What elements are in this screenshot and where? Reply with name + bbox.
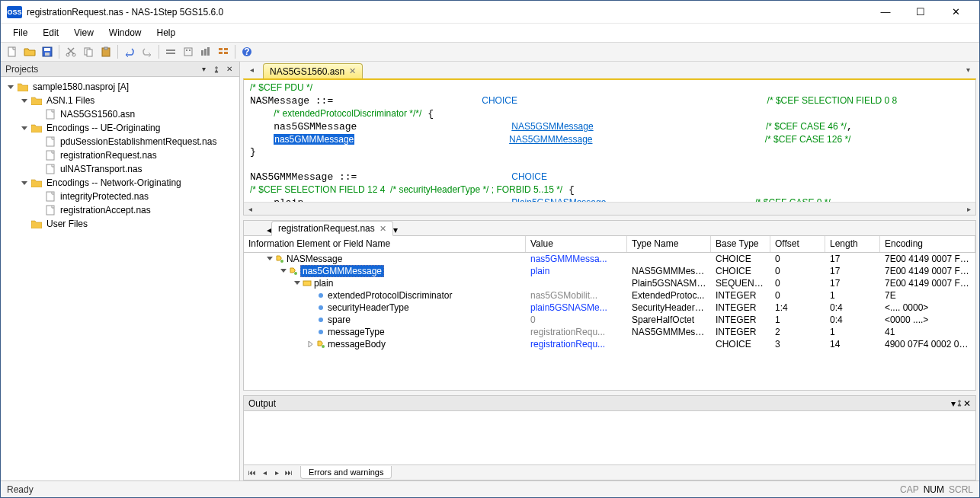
tree-item[interactable]: ASN.1 Files bbox=[2, 94, 238, 107]
cell-basetype: SEQUENCE bbox=[711, 278, 770, 289]
cell-encoding: 7E00 4149 0007 F400 0... bbox=[880, 254, 975, 264]
table-row[interactable]: messageBodyregistrationRequ...CHOICE3144… bbox=[244, 338, 975, 350]
row-expander-icon[interactable] bbox=[279, 267, 287, 276]
field-name: extendedProtocolDiscriminator bbox=[328, 290, 452, 301]
output-nav-next[interactable]: ▸ bbox=[271, 468, 282, 477]
table-row[interactable]: plainPlain5GSNASMe...SEQUENCE0177E00 414… bbox=[244, 277, 975, 289]
output-nav-last[interactable]: ⏭ bbox=[283, 468, 294, 477]
grid-body[interactable]: NASMessagenas5GMMMessa...CHOICE0177E00 4… bbox=[244, 253, 975, 390]
tab-close-icon[interactable]: ✕ bbox=[380, 224, 386, 234]
column-header[interactable]: Base Type bbox=[711, 236, 770, 252]
editor-hscrollbar[interactable]: ◂ ▸ bbox=[244, 202, 975, 215]
undo-button[interactable] bbox=[121, 43, 138, 60]
output-nav-first[interactable]: ⏮ bbox=[247, 468, 258, 477]
menu-view[interactable]: View bbox=[66, 25, 101, 40]
scroll-right-icon[interactable]: ▸ bbox=[962, 203, 975, 215]
column-header[interactable]: Offset bbox=[770, 236, 825, 252]
tab-close-icon[interactable]: ✕ bbox=[349, 66, 356, 76]
table-row[interactable]: spare0SpareHalfOctetINTEGER10:4<0000 ...… bbox=[244, 314, 975, 326]
cell-offset: 1:4 bbox=[770, 302, 825, 313]
menu-file[interactable]: File bbox=[5, 25, 35, 40]
expander-icon[interactable] bbox=[5, 83, 14, 91]
help-button[interactable]: ? bbox=[239, 43, 255, 60]
close-button[interactable]: ✕ bbox=[938, 1, 973, 24]
tree-item-label: Encodings -- UE-Originating bbox=[45, 123, 162, 133]
tree-item[interactable]: registrationRequest.nas bbox=[2, 148, 238, 162]
expander-icon[interactable] bbox=[19, 97, 28, 105]
titlebar: OSS registrationRequest.nas - NAS-1Step … bbox=[1, 1, 979, 24]
redo-button[interactable] bbox=[139, 43, 155, 60]
cell-typename: Plain5GSNASMe... bbox=[627, 278, 711, 289]
tool-button-4[interactable] bbox=[215, 43, 232, 60]
tab-scroll-left[interactable]: ◂ bbox=[246, 64, 257, 75]
copy-button[interactable] bbox=[80, 43, 97, 60]
table-row[interactable]: NASMessagenas5GMMMessa...CHOICE0177E00 4… bbox=[244, 253, 975, 265]
new-file-button[interactable] bbox=[4, 43, 21, 60]
row-expander-icon[interactable] bbox=[265, 255, 273, 263]
row-expander-icon[interactable] bbox=[306, 340, 314, 349]
tab-registration-request[interactable]: registrationRequest.nas ✕ bbox=[271, 221, 393, 236]
cell-value: nas5GMMMessa... bbox=[526, 254, 627, 264]
tree-item[interactable]: registrationAccept.nas bbox=[2, 203, 238, 217]
row-type-icon bbox=[315, 339, 326, 350]
tree-item[interactable]: NAS5GS1560.asn bbox=[2, 107, 238, 121]
svg-rect-32 bbox=[303, 281, 311, 286]
scroll-left-icon[interactable]: ◂ bbox=[244, 203, 257, 215]
paste-button[interactable] bbox=[98, 43, 114, 60]
cell-basetype: CHOICE bbox=[711, 339, 770, 350]
cell-typename: SpareHalfOctet bbox=[627, 314, 711, 325]
statusbar: Ready CAP NUM SCRL bbox=[1, 480, 979, 497]
code-editor[interactable]: /* $CEF PDU */ NASMessage ::= CHOICE /* … bbox=[243, 78, 976, 215]
panel-menu-button[interactable]: ▾ bbox=[198, 64, 209, 75]
tool-button-3[interactable] bbox=[197, 43, 214, 60]
tab-asn-file[interactable]: NAS5GS1560.asn ✕ bbox=[263, 63, 363, 78]
cut-button[interactable] bbox=[62, 43, 79, 60]
column-header[interactable]: Information Element or Field Name bbox=[244, 236, 526, 252]
tool-button-2[interactable] bbox=[180, 43, 197, 60]
panel-pin-button[interactable] bbox=[211, 64, 222, 75]
column-header[interactable]: Encoding bbox=[880, 236, 975, 252]
tree-item[interactable]: sample1580.nasproj [A] bbox=[2, 80, 238, 94]
table-row[interactable]: securityHeaderTypeplain5GSNASMe...Securi… bbox=[244, 302, 975, 314]
expander-icon[interactable] bbox=[19, 124, 28, 132]
column-header[interactable]: Type Name bbox=[627, 236, 711, 252]
tree-item[interactable]: ulNASTransport.nas bbox=[2, 162, 238, 176]
status-num: NUM bbox=[924, 484, 944, 495]
panel-pin-button[interactable] bbox=[956, 398, 963, 409]
cell-value: plain5GSNASMe... bbox=[526, 302, 627, 313]
projects-tree[interactable]: sample1580.nasproj [A]ASN.1 FilesNAS5GS1… bbox=[1, 77, 239, 480]
table-row[interactable]: nas5GMMMessageplainNAS5GMMMess...CHOICE0… bbox=[244, 265, 975, 277]
cell-encoding: 7E00 4149 0007 F400 0... bbox=[880, 278, 975, 289]
tree-item[interactable]: Encodings -- UE-Originating bbox=[2, 121, 238, 135]
tree-item[interactable]: pduSessionEstablishmentRequest.nas bbox=[2, 135, 238, 148]
tree-item-label: pduSessionEstablishmentRequest.nas bbox=[59, 136, 218, 147]
code-area[interactable]: /* $CEF PDU */ NASMessage ::= CHOICE /* … bbox=[244, 80, 975, 202]
tree-item[interactable]: Encodings -- Network-Originating bbox=[2, 176, 238, 190]
open-file-button[interactable] bbox=[21, 43, 38, 60]
tab-menu-button[interactable]: ▾ bbox=[393, 225, 398, 235]
tab-menu-button[interactable]: ▾ bbox=[962, 64, 973, 75]
row-expander-icon[interactable] bbox=[293, 279, 300, 288]
panel-close-button[interactable]: ✕ bbox=[224, 64, 235, 75]
column-header[interactable]: Value bbox=[526, 236, 627, 252]
save-button[interactable] bbox=[39, 43, 56, 60]
tree-item[interactable]: User Files bbox=[2, 217, 238, 231]
column-header[interactable]: Length bbox=[825, 236, 880, 252]
minimize-button[interactable]: — bbox=[868, 1, 903, 24]
panel-close-button[interactable]: ✕ bbox=[963, 398, 971, 409]
output-nav-prev[interactable]: ◂ bbox=[259, 468, 270, 477]
expander-icon[interactable] bbox=[19, 179, 28, 187]
table-row[interactable]: extendedProtocolDiscriminatornas5GSMobil… bbox=[244, 289, 975, 302]
output-tab-errors[interactable]: Errors and warnings bbox=[300, 466, 392, 479]
menu-help[interactable]: Help bbox=[149, 25, 184, 40]
toolbar-separator bbox=[117, 45, 118, 59]
menu-window[interactable]: Window bbox=[101, 25, 149, 40]
tree-item-label: ulNASTransport.nas bbox=[59, 164, 144, 174]
tree-item-label: Encodings -- Network-Originating bbox=[45, 177, 183, 188]
table-row[interactable]: messageTyperegistrationRequ...NAS5GMMMes… bbox=[244, 326, 975, 338]
tree-item[interactable]: integrityProtected.nas bbox=[2, 190, 238, 203]
maximize-button[interactable]: ☐ bbox=[903, 1, 938, 24]
window-title: registrationRequest.nas - NAS-1Step 5GS1… bbox=[27, 7, 868, 18]
menu-edit[interactable]: Edit bbox=[35, 25, 66, 40]
tool-button-1[interactable] bbox=[162, 43, 179, 60]
